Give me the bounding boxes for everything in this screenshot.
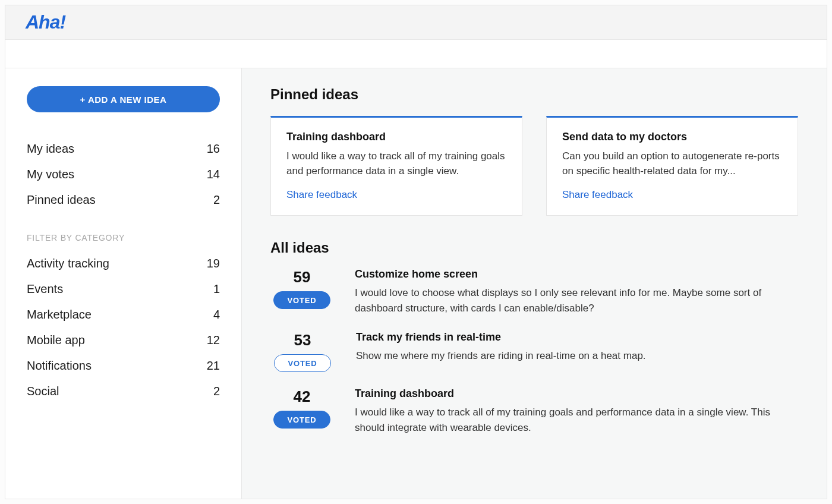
vote-button[interactable]: VOTED <box>273 411 330 429</box>
vote-button[interactable]: VOTED <box>274 354 331 372</box>
sidebar-nav-list: My ideas 16 My votes 14 Pinned ideas 2 <box>27 136 220 213</box>
category-item-marketplace[interactable]: Marketplace 4 <box>27 302 220 327</box>
app-frame: Aha! + ADD A NEW IDEA My ideas 16 My vot… <box>5 5 827 499</box>
category-count: 21 <box>207 359 220 373</box>
idea-row: 59 VOTED Customize home screen I would l… <box>270 256 798 319</box>
idea-title: Track my friends in real-time <box>356 331 646 344</box>
all-ideas-section: All ideas 59 VOTED Customize home screen… <box>270 240 798 439</box>
pinned-card[interactable]: Training dashboard I would like a way to… <box>270 116 522 216</box>
idea-desc: Show me where my friends are riding in r… <box>356 348 646 364</box>
pinned-ideas-heading: Pinned ideas <box>270 86 798 103</box>
brand-logo: Aha! <box>26 11 65 33</box>
category-label: Activity tracking <box>27 257 109 270</box>
pinned-card-desc: I would like a way to track all of my tr… <box>286 149 506 178</box>
sidebar: + ADD A NEW IDEA My ideas 16 My votes 14… <box>5 68 242 499</box>
sidebar-item-pinned-ideas[interactable]: Pinned ideas 2 <box>27 187 220 213</box>
category-count: 4 <box>213 308 220 322</box>
vote-column: 59 VOTED <box>270 268 333 316</box>
category-item-mobile-app[interactable]: Mobile app 12 <box>27 327 220 353</box>
sidebar-item-my-ideas[interactable]: My ideas 16 <box>27 136 220 162</box>
share-feedback-link[interactable]: Share feedback <box>562 189 633 201</box>
idea-desc: I would love to choose what displays so … <box>355 285 798 316</box>
vote-button[interactable]: VOTED <box>273 291 330 309</box>
all-ideas-heading: All ideas <box>270 240 798 256</box>
category-item-events[interactable]: Events 1 <box>27 276 220 302</box>
sidebar-item-count: 16 <box>207 142 220 156</box>
idea-body[interactable]: Customize home screen I would love to ch… <box>355 268 798 316</box>
sidebar-item-my-votes[interactable]: My votes 14 <box>27 162 220 187</box>
pinned-cards-row: Training dashboard I would like a way to… <box>270 116 798 216</box>
sidebar-item-label: Pinned ideas <box>27 193 96 207</box>
category-item-social[interactable]: Social 2 <box>27 379 220 404</box>
pinned-card-title: Send data to my doctors <box>562 131 782 143</box>
add-new-idea-button[interactable]: + ADD A NEW IDEA <box>27 86 220 112</box>
vote-count: 53 <box>294 331 311 349</box>
category-label: Mobile app <box>27 333 85 347</box>
sidebar-item-label: My ideas <box>27 142 74 156</box>
idea-body[interactable]: Track my friends in real-time Show me wh… <box>356 331 646 372</box>
category-label: Events <box>27 282 63 296</box>
vote-column: 53 VOTED <box>270 331 335 372</box>
idea-row: 53 VOTED Track my friends in real-time S… <box>270 319 798 376</box>
category-label: Notifications <box>27 359 92 373</box>
pinned-card[interactable]: Send data to my doctors Can you build an… <box>546 116 798 216</box>
vote-count: 59 <box>294 268 311 286</box>
category-count: 19 <box>207 257 220 270</box>
category-item-notifications[interactable]: Notifications 21 <box>27 353 220 379</box>
category-label: Marketplace <box>27 308 92 322</box>
subheader <box>5 40 827 68</box>
idea-desc: I would like a way to track all of my tr… <box>355 405 798 435</box>
body: + ADD A NEW IDEA My ideas 16 My votes 14… <box>5 68 827 499</box>
idea-title: Customize home screen <box>355 268 798 281</box>
category-item-activity-tracking[interactable]: Activity tracking 19 <box>27 251 220 276</box>
category-label: Social <box>27 385 59 398</box>
category-list: Activity tracking 19 Events 1 Marketplac… <box>27 251 220 404</box>
vote-column: 42 VOTED <box>270 388 333 435</box>
idea-body[interactable]: Training dashboard I would like a way to… <box>355 388 798 435</box>
category-count: 2 <box>213 385 220 398</box>
sidebar-item-count: 14 <box>207 168 220 181</box>
sidebar-item-count: 2 <box>213 193 220 207</box>
header-bar: Aha! <box>5 5 827 40</box>
pinned-card-title: Training dashboard <box>286 131 506 143</box>
idea-row: 42 VOTED Training dashboard I would like… <box>270 376 798 439</box>
main-content: Pinned ideas Training dashboard I would … <box>242 68 827 499</box>
pinned-card-desc: Can you build an option to autogenerate … <box>562 149 782 178</box>
idea-title: Training dashboard <box>355 388 798 400</box>
sidebar-item-label: My votes <box>27 168 74 181</box>
share-feedback-link[interactable]: Share feedback <box>286 189 357 201</box>
category-count: 1 <box>213 282 220 296</box>
filter-by-category-heading: FILTER BY CATEGORY <box>27 233 220 242</box>
category-count: 12 <box>207 333 220 347</box>
vote-count: 42 <box>294 388 311 406</box>
